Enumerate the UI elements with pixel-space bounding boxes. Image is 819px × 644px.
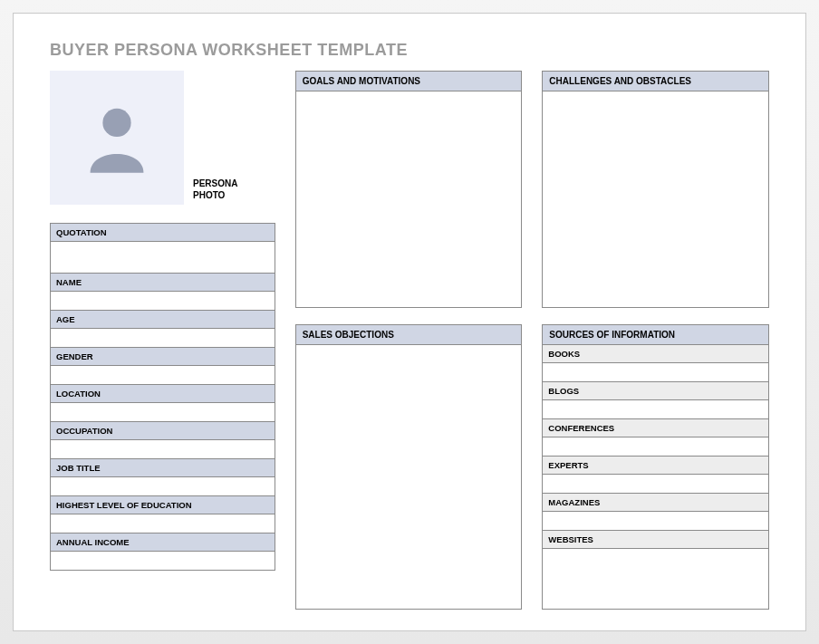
sources-blogs-label: BLOGS (543, 381, 768, 400)
page-title: BUYER PERSONA WORKSHEET TEMPLATE (50, 41, 769, 60)
field-income: ANNUAL INCOME (50, 533, 275, 571)
panel-sources-label: SOURCES OF INFORMATION (543, 325, 768, 345)
panel-sales: SALES OBJECTIONS (295, 324, 523, 610)
sources-books-label: BOOKS (543, 345, 768, 363)
field-income-value[interactable] (51, 552, 275, 570)
panel-goals: GOALS AND MOTIVATIONS (295, 71, 523, 308)
field-occupation-value[interactable] (51, 440, 275, 458)
photo-row: PERSONA PHOTO (50, 71, 275, 205)
field-gender-value[interactable] (51, 366, 275, 384)
panel-sales-label: SALES OBJECTIONS (296, 325, 522, 345)
worksheet-page: BUYER PERSONA WORKSHEET TEMPLATE PERSONA… (13, 13, 806, 631)
field-job-title: JOB TITLE (50, 458, 275, 496)
field-location-value[interactable] (51, 403, 275, 421)
field-age-value[interactable] (51, 329, 275, 347)
right-column: CHALLENGES AND OBSTACLES SOURCES OF INFO… (542, 71, 769, 610)
panel-sources: SOURCES OF INFORMATION BOOKS BLOGS CONFE… (542, 324, 769, 610)
field-quotation: QUOTATION (50, 223, 275, 274)
panel-challenges: CHALLENGES AND OBSTACLES (542, 71, 769, 308)
sources-blogs-value[interactable] (543, 400, 768, 418)
sources-conferences-value[interactable] (543, 437, 768, 456)
sources-websites-value[interactable] (543, 549, 768, 567)
field-name-label: NAME (51, 274, 275, 292)
field-quotation-value[interactable] (51, 242, 275, 273)
person-icon (75, 96, 159, 179)
persona-photo-label: PERSONA PHOTO (193, 178, 265, 205)
field-job-title-label: JOB TITLE (51, 459, 275, 477)
panel-goals-value[interactable] (296, 91, 522, 307)
sources-experts-label: EXPERTS (543, 456, 768, 475)
field-quotation-label: QUOTATION (51, 224, 275, 242)
field-income-label: ANNUAL INCOME (51, 533, 275, 552)
sources-books-value[interactable] (543, 363, 768, 381)
field-education-value[interactable] (51, 514, 275, 533)
columns: PERSONA PHOTO QUOTATION NAME AGE GENDER … (50, 71, 769, 610)
field-occupation: OCCUPATION (50, 421, 275, 459)
persona-photo-placeholder (50, 71, 184, 205)
sources-magazines-label: MAGAZINES (543, 493, 768, 512)
field-name: NAME (50, 273, 275, 311)
field-age: AGE (50, 310, 275, 348)
field-location: LOCATION (50, 384, 275, 422)
field-gender-label: GENDER (51, 348, 275, 366)
field-gender: GENDER (50, 347, 275, 385)
field-location-label: LOCATION (51, 385, 275, 403)
panel-challenges-value[interactable] (543, 91, 768, 307)
field-job-title-value[interactable] (51, 477, 275, 495)
sources-conferences-label: CONFERENCES (543, 418, 768, 437)
middle-column: GOALS AND MOTIVATIONS SALES OBJECTIONS (295, 71, 523, 610)
panel-challenges-label: CHALLENGES AND OBSTACLES (543, 72, 768, 91)
panel-goals-label: GOALS AND MOTIVATIONS (296, 72, 522, 91)
field-occupation-label: OCCUPATION (51, 422, 275, 440)
svg-point-0 (102, 109, 130, 137)
sources-magazines-value[interactable] (543, 512, 768, 530)
field-name-value[interactable] (51, 292, 275, 310)
field-education: HIGHEST LEVEL OF EDUCATION (50, 495, 275, 533)
field-age-label: AGE (51, 311, 275, 329)
left-column: PERSONA PHOTO QUOTATION NAME AGE GENDER … (50, 71, 275, 610)
field-education-label: HIGHEST LEVEL OF EDUCATION (51, 496, 275, 514)
sources-experts-value[interactable] (543, 475, 768, 493)
panel-sales-value[interactable] (296, 345, 522, 609)
sources-websites-label: WEBSITES (543, 530, 768, 549)
sources-list: BOOKS BLOGS CONFERENCES EXPERTS MAGAZINE… (543, 345, 768, 609)
